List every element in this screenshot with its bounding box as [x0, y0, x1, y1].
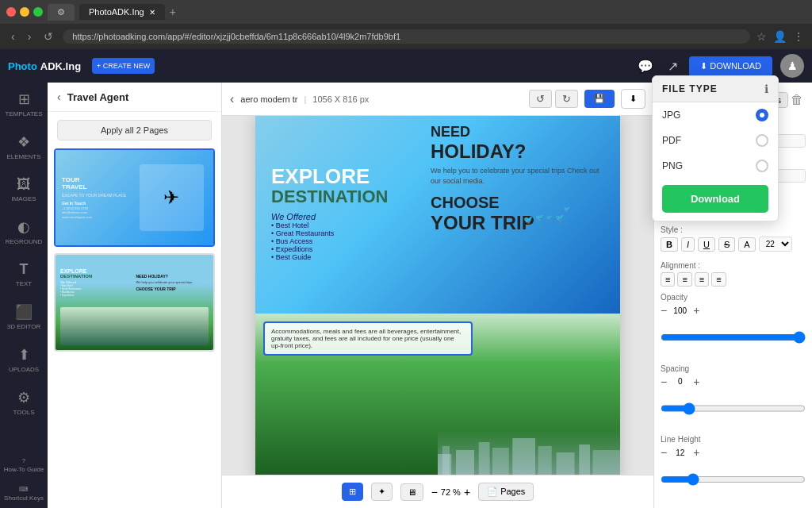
tools-icon: ⚙ [17, 389, 30, 406]
sidebar-item-tools[interactable]: ⚙ TOOLS [0, 381, 48, 424]
magic-button[interactable]: ✦ [371, 483, 393, 501]
spacing-minus-btn[interactable]: − [661, 375, 667, 388]
svg-rect-8 [579, 444, 590, 475]
opacity-minus-btn[interactable]: − [661, 304, 667, 317]
tab-close-btn[interactable]: ✕ [149, 8, 155, 17]
minimize-traffic-light[interactable] [20, 7, 29, 17]
refresh-btn[interactable]: ↺ [40, 29, 56, 44]
undo-button[interactable]: ↺ [529, 90, 552, 108]
save-button[interactable]: 💾 [584, 90, 615, 108]
browser-tab-main[interactable]: PhotoADK.Ing ✕ [79, 4, 165, 20]
maximize-traffic-light[interactable] [33, 7, 43, 17]
align-center-btn[interactable]: ≡ [677, 272, 691, 287]
canvas-size: 1056 X 816 px [312, 94, 369, 104]
zoom-minus-btn[interactable]: − [431, 486, 438, 498]
pdf-radio[interactable] [756, 134, 768, 147]
menu-icon[interactable]: ⋮ [793, 30, 804, 43]
chat-button[interactable]: 💬 [634, 56, 657, 77]
screen-icon: 🖥 [408, 487, 416, 497]
png-radio[interactable] [756, 160, 768, 172]
opacity-plus-btn[interactable]: + [693, 304, 699, 317]
panel-sidebar: ‹ Travel Agent Apply all 2 Pages TOURTRA… [48, 83, 222, 508]
panel-back-btn[interactable]: ‹ [57, 90, 61, 103]
address-bar[interactable] [63, 29, 750, 44]
download-header-button[interactable]: ⬇ [621, 89, 645, 109]
file-option-png[interactable]: PNG [653, 153, 778, 179]
browser-tab-gear[interactable]: ⚙ [48, 4, 75, 21]
align-justify-btn[interactable]: ≡ [711, 272, 726, 287]
delete-button[interactable]: 🗑 [788, 90, 806, 110]
opacity-value: 100 [670, 306, 690, 315]
page-thumbnails: TOURTRAVEL ESCAPE TO YOUR DREAM PLACE Ge… [48, 148, 221, 352]
svg-rect-2 [456, 450, 474, 475]
apply-all-button[interactable]: Apply all 2 Pages [57, 120, 212, 140]
caps-button[interactable]: A [738, 237, 755, 252]
guide-icon: ? [22, 457, 25, 464]
canvas-top-section: EXPLORE DESTINATION We Offered • Best Ho… [255, 116, 620, 314]
grid-view-button[interactable]: ⊞ [342, 483, 363, 501]
lineheight-row: − 12 + [661, 446, 806, 459]
elements-icon: ❖ [17, 133, 30, 151]
font-size-select[interactable]: 22 [759, 237, 792, 252]
body-text: Accommodations, meals and fees are all b… [271, 328, 461, 349]
spacing-slider[interactable] [661, 388, 806, 429]
pages-button[interactable]: 📄 Pages [478, 483, 534, 501]
pages-label: Pages [500, 487, 525, 496]
create-new-button[interactable]: + CREATE NEW [92, 58, 155, 74]
sidebar-item-uploads[interactable]: ⬆ UPLOADS [0, 338, 48, 381]
sidebar-item-images[interactable]: 🖼 IMAGES [0, 168, 48, 210]
profile-icon[interactable]: 👤 [773, 30, 787, 43]
canvas-left-content: EXPLORE DESTINATION We Offered • Best Ho… [255, 116, 419, 314]
jpg-radio[interactable] [756, 109, 768, 121]
pages-icon: 📄 [487, 487, 498, 496]
canvas-area: EXPLORE DESTINATION We Offered • Best Ho… [222, 116, 653, 475]
lineheight-slider[interactable] [661, 459, 806, 500]
new-tab-btn[interactable]: + [170, 6, 176, 18]
spacing-plus-btn[interactable]: + [693, 375, 699, 388]
body-text-box[interactable]: Accommodations, meals and fees are all b… [263, 321, 473, 356]
lineheight-plus-btn[interactable]: + [693, 446, 699, 459]
images-icon: 🖼 [17, 176, 31, 193]
sidebar-item-templates[interactable]: ⊞ TEMPLATES [0, 83, 48, 125]
align-right-btn[interactable]: ≡ [695, 272, 709, 287]
page-thumb-2[interactable]: EXPLORE DESTINATION We Offered • Best Ho… [54, 253, 215, 352]
align-left-btn[interactable]: ≡ [661, 272, 675, 287]
dialog-info-icon[interactable]: ℹ [764, 83, 768, 95]
sidebar-item-elements[interactable]: ❖ ELEMENTS [0, 125, 48, 168]
download-top-button[interactable]: ⬇ DOWNLOAD [689, 56, 772, 76]
file-option-pdf[interactable]: PDF [653, 128, 778, 153]
spacing-row: − 0 + [661, 375, 806, 388]
screen-button[interactable]: 🖥 [400, 483, 423, 501]
offered-bullet5: • Best Guide [271, 253, 404, 261]
strikethrough-button[interactable]: S [718, 237, 735, 252]
bookmark-icon[interactable]: ☆ [756, 30, 767, 43]
canvas-nav-btn[interactable]: ‹ [230, 92, 234, 106]
redo-button[interactable]: ↻ [555, 90, 578, 108]
page-thumb-1[interactable]: TOURTRAVEL ESCAPE TO YOUR DREAM PLACE Ge… [54, 148, 215, 247]
sidebar-item-guide[interactable]: ? How-To Guide [0, 451, 48, 479]
spacing-label: Spacing [661, 364, 806, 373]
back-btn[interactable]: ‹ [8, 29, 18, 44]
zoom-plus-btn[interactable]: + [464, 486, 470, 498]
need-text: NEED [431, 124, 609, 140]
sidebar-item-reground[interactable]: ◐ REGROUND [0, 210, 48, 253]
avatar[interactable]: ♟ [780, 54, 804, 78]
underline-button[interactable]: U [698, 237, 715, 252]
italic-button[interactable]: I [681, 237, 695, 252]
sidebar-item-shortcuts[interactable]: ⌨ Shortcut Keys [0, 479, 48, 508]
bold-button[interactable]: B [661, 237, 678, 252]
zoom-control: − 72 % + [431, 486, 470, 498]
opacity-slider[interactable] [661, 317, 806, 358]
lineheight-minus-btn[interactable]: − [661, 446, 667, 459]
share-button[interactable]: ↗ [665, 56, 681, 77]
pdf-label: PDF [662, 135, 681, 146]
sidebar-item-3deditor[interactable]: ⬛ 3D EDITOR [0, 295, 48, 338]
sidebar-item-text[interactable]: T TEXT [0, 253, 48, 295]
logo-adk: ADK.Ing [40, 60, 81, 72]
close-traffic-light[interactable] [6, 7, 16, 17]
download-action-button[interactable]: Download [662, 185, 768, 213]
forward-btn[interactable]: › [25, 29, 35, 44]
jpg-label: JPG [662, 110, 680, 121]
opacity-row: − 100 + [661, 304, 806, 317]
file-option-jpg[interactable]: JPG [653, 102, 778, 128]
